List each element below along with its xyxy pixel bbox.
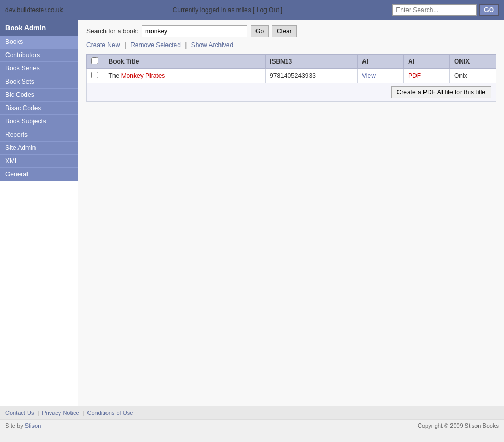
search-label: Search for a book:: [86, 28, 138, 35]
privacy-notice-link[interactable]: Privacy Notice: [42, 410, 79, 416]
site-url: dev.buildtester.co.uk: [5, 6, 63, 14]
create-pdf-button[interactable]: Create a PDF AI file for this title: [391, 86, 491, 98]
footer-bottom: Site by Stison Copyright © 2009 Stison B…: [0, 419, 504, 431]
sidebar-item-general[interactable]: General: [0, 168, 78, 181]
sidebar-item-book-sets[interactable]: Book Sets: [0, 75, 78, 89]
footer-sep2: |: [83, 410, 84, 416]
sidebar-item-book-subjects[interactable]: Book Subjects: [0, 115, 78, 128]
sep1: |: [125, 41, 126, 49]
table-row: The Monkey Pirates 9781405243933 View PD…: [87, 69, 496, 83]
col-header-ai2: AI: [404, 55, 450, 69]
sidebar-item-book-series[interactable]: Book Series: [0, 62, 78, 75]
header-search-area: GO: [392, 4, 499, 16]
book-isbn: 9781405243933: [270, 72, 316, 79]
contact-us-link[interactable]: Contact Us: [5, 410, 34, 416]
col-header-onix: ONIX: [449, 55, 496, 69]
clear-button[interactable]: Clear: [272, 25, 297, 37]
book-ai-view-link[interactable]: View: [362, 72, 376, 79]
sidebar-item-site-admin[interactable]: Site Admin: [0, 142, 78, 155]
search-row: Search for a book: Go Clear: [86, 25, 496, 37]
sep2: |: [185, 41, 187, 49]
book-onix-value: Onix: [454, 72, 467, 79]
sidebar-book-admin-header[interactable]: Book Admin: [0, 20, 78, 36]
book-ai-view-cell: View: [358, 69, 404, 83]
book-ai-pdf-link[interactable]: PDF: [408, 72, 421, 79]
footer-sep1: |: [37, 410, 39, 416]
header-go-button[interactable]: GO: [479, 4, 499, 16]
action-links: Create New | Remove Selected | Show Arch…: [86, 41, 496, 49]
conditions-of-use-link[interactable]: Conditions of Use: [87, 410, 133, 416]
book-ai-pdf-cell: PDF: [404, 69, 450, 83]
col-header-title: Book Title: [104, 55, 265, 69]
sidebar-item-contributors[interactable]: Contributors: [0, 49, 78, 62]
logout-link[interactable]: Log Out: [257, 6, 279, 14]
create-new-link[interactable]: Create New: [86, 41, 120, 49]
sidebar-item-xml[interactable]: XML: [0, 155, 78, 168]
footer-links: Contact Us | Privacy Notice | Conditions…: [0, 406, 504, 419]
book-title-cell: The Monkey Pirates: [104, 69, 265, 83]
sidebar-item-bic-codes[interactable]: Bic Codes: [0, 89, 78, 102]
copyright-text: Copyright © 2009 Stison Books: [418, 422, 499, 429]
row-checkbox-cell: [87, 69, 104, 83]
pdf-button-row: Create a PDF AI file for this title: [87, 83, 496, 102]
row-checkbox[interactable]: [91, 72, 98, 78]
book-isbn-cell: 9781405243933: [266, 69, 358, 83]
book-title-link[interactable]: Monkey Pirates: [121, 72, 165, 79]
main-content: Search for a book: Go Clear Create New |…: [78, 20, 504, 406]
go-button[interactable]: Go: [251, 25, 269, 37]
show-archived-link[interactable]: Show Archived: [191, 41, 233, 49]
col-header-ai1: AI: [358, 55, 404, 69]
header-search-input[interactable]: [392, 4, 477, 16]
col-header-checkbox: [87, 55, 104, 69]
select-all-checkbox[interactable]: [91, 57, 98, 64]
sidebar-item-books[interactable]: Books: [0, 36, 78, 49]
stison-link[interactable]: Stison: [25, 422, 41, 429]
site-by-text: Site by Stison: [5, 422, 41, 429]
search-input[interactable]: [142, 25, 247, 37]
sidebar: Book Admin Books Contributors Book Serie…: [0, 20, 78, 406]
login-info: Currently logged in as miles [ Log Out ]: [173, 6, 282, 14]
col-header-isbn13: ISBN13: [266, 55, 358, 69]
book-table: Book Title ISBN13 AI AI ONIX The Monkey …: [86, 54, 496, 102]
book-title-prefix: The: [109, 72, 121, 79]
sidebar-item-reports[interactable]: Reports: [0, 128, 78, 142]
remove-selected-link[interactable]: Remove Selected: [130, 41, 181, 49]
sidebar-item-bisac-codes[interactable]: Bisac Codes: [0, 102, 78, 115]
pdf-button-cell: Create a PDF AI file for this title: [87, 83, 496, 102]
book-onix-cell: Onix: [449, 69, 496, 83]
